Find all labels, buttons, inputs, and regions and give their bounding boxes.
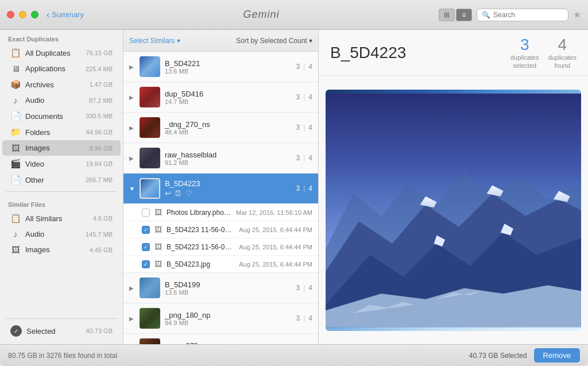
sub-checkbox-b5d4223-jpg[interactable] [142, 260, 150, 268]
sim-images-size: 4.45 GB [90, 246, 113, 253]
sim-images-label: Images [25, 245, 85, 254]
sub-file-date-b5d4223-jpg: Aug 25, 2015, 6:44:44 PM [239, 261, 312, 268]
group-info-b5d4221: B_5D4221 13.6 MB [165, 59, 292, 75]
selected-count-b5d4199: 3 [296, 284, 300, 292]
group-name-png180np: _png_180_np [165, 311, 292, 319]
archives-size: 1.47 GB [90, 81, 113, 88]
stat-duplicates-selected: 3 duplicatesselected [510, 36, 539, 69]
sidebar-divider [6, 191, 117, 192]
sub-item-b5d4223-jpg[interactable]: 🖼 B_5D4223.jpg Aug 25, 2015, 6:44:44 PM [123, 255, 318, 272]
close-button[interactable] [7, 11, 14, 18]
middle-toolbar: Select Similars ▾ Sort by Selected Count… [123, 30, 318, 52]
star-button[interactable]: ★ [573, 9, 581, 20]
all-similars-label: All Similars [25, 214, 88, 223]
action-icon-1[interactable]: ↩ [165, 189, 171, 198]
file-group-b5d4223: ▼ B_5D4223 ↩ 🗓 ♡ [123, 174, 318, 273]
sidebar-item-documents[interactable]: 📄 Documents 330.5 MB [2, 108, 121, 124]
maximize-button[interactable] [31, 11, 38, 18]
traffic-lights [7, 11, 38, 18]
sidebar-item-all-similars[interactable]: 📋 All Similars 4.6 GB [2, 210, 121, 226]
sidebar-item-all-duplicates[interactable]: 📋 All Duplicates 76.15 GB [2, 45, 121, 61]
selected-label: Selected [26, 327, 82, 336]
folders-size: 44.96 GB [86, 129, 113, 136]
sub-checkbox-photos-lib[interactable] [142, 209, 150, 217]
applications-size: 225.4 MB [86, 66, 113, 72]
group-thumb-b5d4221 [140, 56, 160, 77]
sidebar-divider-2 [6, 318, 117, 319]
sidebar-item-other[interactable]: 📄 Other 266.7 MB [2, 172, 121, 188]
preview-image [326, 90, 581, 331]
group-counts-b5d4221: 3 | 4 [296, 63, 313, 71]
sub-item-b5d4223-991[interactable]: 🖼 B_5D4223 11-56-04-991... Aug 25, 2015,… [123, 238, 318, 255]
sidebar-item-archives[interactable]: 📦 Archives 1.47 GB [2, 76, 121, 93]
sidebar: Exact Duplicates 📋 All Duplicates 76.15 … [0, 30, 123, 344]
all-similars-size: 4.6 GB [93, 215, 113, 222]
sidebar-item-sim-images[interactable]: 🖼 Images 4.45 GB [2, 242, 121, 257]
group-thumb-dup5d416 [140, 87, 160, 107]
sub-checkbox-b5d4223-987[interactable] [142, 226, 150, 234]
sub-checkbox-b5d4223-991[interactable] [142, 243, 150, 251]
all-duplicates-label: All Duplicates [25, 49, 82, 57]
group-info-rawhasselblad: raw_hasselblad 91.2 MB [165, 151, 292, 166]
documents-label: Documents [25, 112, 81, 121]
sidebar-item-sim-audio[interactable]: ♪ Audio 145.7 MB [2, 226, 121, 242]
list-view-button[interactable]: ≡ [456, 9, 472, 21]
file-group-header-rawhasselblad[interactable]: ▶ raw_hasselblad 91.2 MB 3 | 4 [123, 143, 318, 173]
grid-view-button[interactable]: ⊞ [439, 9, 455, 21]
group-thumb-b5d4199 [140, 278, 160, 298]
audio-icon: ♪ [10, 95, 21, 105]
sidebar-item-audio[interactable]: ♪ Audio 87.2 MB [2, 93, 121, 108]
sidebar-item-folders[interactable]: 📁 Folders 44.96 GB [2, 124, 121, 140]
action-icon-3[interactable]: ♡ [185, 189, 192, 198]
sub-file-icon-b5d4223-991: 🖼 [154, 242, 162, 251]
sub-item-photos-lib[interactable]: 🖼 Photos Library.photoslibr... Mar 12, 2… [123, 203, 318, 221]
sidebar-item-selected[interactable]: ✓ Selected 40.73 GB [2, 322, 121, 340]
found-count-dup5d416: 4 [308, 93, 312, 101]
selected-count-dup5d416: 3 [296, 93, 300, 101]
images-icon: 🖼 [10, 143, 21, 153]
file-group-dup5d416: ▶ dup_5D416 14.7 MB 3 | 4 [123, 82, 318, 113]
file-group-header-b5d4221[interactable]: ▶ B_5D4221 13.6 MB 3 | 4 [123, 52, 318, 82]
back-button[interactable]: ‹ Summary [47, 10, 84, 20]
file-sub-items-b5d4223: 🖼 Photos Library.photoslibr... Mar 12, 2… [123, 203, 318, 272]
sub-item-b5d4223-987[interactable]: 🖼 B_5D4223 11-56-04-987... Aug 25, 2015,… [123, 221, 318, 238]
file-group-header-dng270ns[interactable]: ▶ _dng_270_ns 48.4 MB 3 | 4 [123, 113, 318, 142]
select-similars-button[interactable]: Select Similars ▾ [129, 37, 180, 45]
file-group-b5d4199: ▶ B_5D4199 13.6 MB 3 | 4 [123, 273, 318, 303]
expand-arrow-png180np: ▶ [129, 315, 135, 322]
sub-file-name-b5d4223-987: B_5D4223 11-56-04-987... [167, 226, 234, 234]
sidebar-item-images[interactable]: 🖼 Images 8.96 GB [2, 140, 121, 156]
found-count-rawhasselblad: 4 [308, 154, 312, 162]
stat-number-found: 4 [558, 36, 567, 53]
minimize-button[interactable] [19, 11, 26, 18]
video-label: Video [25, 160, 82, 168]
selected-count-png180np: 3 [296, 314, 300, 322]
audio-label: Audio [25, 96, 84, 105]
action-icon-2[interactable]: 🗓 [175, 189, 182, 198]
expand-arrow-rawhasselblad: ▶ [129, 155, 135, 161]
group-size-rawhasselblad: 91.2 MB [165, 159, 292, 166]
video-icon: 🎬 [10, 159, 21, 169]
group-info-png180np: _png_180_np 94.9 MB [165, 311, 292, 326]
file-group-header-png180np[interactable]: ▶ _png_180_np 94.9 MB 3 | 4 [123, 303, 318, 333]
group-size-b5d4221: 13.6 MB [165, 68, 292, 75]
file-group-header-dup5d416[interactable]: ▶ dup_5D416 14.7 MB 3 | 4 [123, 82, 318, 112]
file-group-png270np: ▶ _png_270_np 100.1 MB 3 | 4 [123, 334, 318, 344]
other-icon: 📄 [10, 175, 21, 185]
sort-button[interactable]: Sort by Selected Count ▾ [236, 37, 312, 45]
search-input[interactable] [493, 11, 556, 19]
file-group-header-png270np[interactable]: ▶ _png_270_np 100.1 MB 3 | 4 [123, 334, 318, 344]
titlebar: ‹ Summary Gemini ⊞ ≡ 🔍 ★ [0, 0, 588, 30]
file-group-png180np: ▶ _png_180_np 94.9 MB 3 | 4 [123, 303, 318, 334]
file-group-rawhasselblad: ▶ raw_hasselblad 91.2 MB 3 | 4 [123, 143, 318, 174]
sidebar-item-video[interactable]: 🎬 Video 19.84 GB [2, 156, 121, 172]
sidebar-item-applications[interactable]: 🖥 Applications 225.4 MB [2, 61, 121, 76]
video-size: 19.84 GB [86, 160, 113, 167]
search-bar[interactable]: 🔍 [477, 9, 568, 21]
file-group-header-b5d4223[interactable]: ▼ B_5D4223 ↩ 🗓 ♡ [123, 174, 318, 203]
remove-button[interactable]: Remove [534, 348, 580, 363]
file-group-header-b5d4199[interactable]: ▶ B_5D4199 13.6 MB 3 | 4 [123, 273, 318, 303]
sim-images-icon: 🖼 [10, 245, 21, 255]
group-info-b5d4199: B_5D4199 13.6 MB [165, 280, 292, 296]
group-counts-b5d4199: 3 | 4 [296, 284, 313, 292]
